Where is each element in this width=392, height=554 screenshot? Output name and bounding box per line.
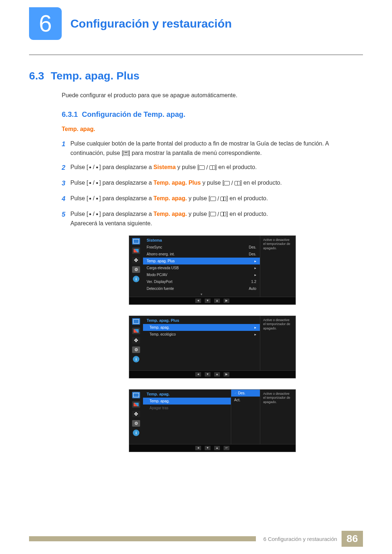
step-2: 2 Pulse [/] para desplazarse a Sistema y… — [62, 163, 363, 173]
osd-help-text: Active o desactive el temporizador de ap… — [260, 316, 295, 370]
dot-icon — [96, 167, 98, 168]
osd-menu-tempapag: Temp. apag. Temp. apag.Apagar tras Des.A… — [129, 389, 296, 452]
nav-button: ↵ — [224, 446, 229, 450]
nav-button: ▼ — [205, 299, 211, 303]
page-number: 86 — [342, 531, 363, 547]
osd-row: Temp. apag. — [143, 324, 260, 331]
menu-icon — [123, 151, 128, 155]
osd-menu-tempapag-plus: Temp. apag. Plus Temp. apag.Temp. ecológ… — [129, 316, 296, 378]
move-icon — [132, 411, 140, 417]
nav-button: ▲ — [214, 299, 220, 303]
osd-row: Temp. apag. Plus — [143, 258, 260, 264]
section-title: Temp. apag. Plus — [51, 70, 140, 82]
sub-sub-heading: Temp. apag. — [62, 126, 363, 132]
divider — [29, 54, 363, 55]
footer-bar — [29, 536, 256, 541]
osd-title: Temp. apag. — [143, 390, 231, 398]
select-icon: / — [210, 194, 226, 204]
move-icon — [132, 257, 140, 263]
osd-options: Des.Act. — [231, 390, 260, 444]
gear-icon — [132, 346, 140, 353]
dot-icon — [96, 198, 98, 200]
info-icon — [133, 356, 139, 362]
dot-icon — [89, 198, 91, 200]
osd-sidebar — [129, 390, 143, 444]
dot-icon — [89, 213, 91, 215]
osd-option: Act. — [231, 397, 260, 403]
osd-title: Temp. apag. Plus — [143, 316, 260, 324]
gear-icon — [132, 266, 140, 273]
nav-button: ◄ — [195, 299, 201, 303]
nav-button: ▼ — [205, 372, 211, 377]
osd-row: Apagar tras — [143, 405, 231, 411]
picture-icon — [132, 247, 140, 254]
osd-help-text: Active o desactive el temporizador de ap… — [260, 390, 295, 444]
step-1: 1 Pulse cualquier botón de la parte fron… — [62, 139, 363, 157]
page-footer: 6 Configuración y restauración 86 — [29, 531, 363, 547]
osd-row: Ahorro energ. int.Des. — [143, 251, 260, 258]
footer-text: 6 Configuración y restauración — [263, 536, 337, 542]
scroll-down-icon: ▼ — [143, 292, 260, 297]
gear-icon — [132, 420, 140, 427]
nav-button: ◄ — [195, 446, 201, 450]
dot-icon — [89, 167, 91, 168]
osd-title: Sistema — [143, 236, 260, 244]
osd-nav: ◄▼▲↵ — [129, 444, 295, 452]
monitor-icon — [132, 318, 140, 325]
dot-icon — [96, 182, 98, 184]
nav-button: ▲ — [214, 446, 220, 450]
nav-button: ▲ — [214, 372, 220, 377]
osd-nav: ◄▼▲▶ — [129, 370, 295, 378]
move-icon — [132, 337, 140, 344]
osd-help-text: Active o desactive el temporizador de ap… — [260, 236, 295, 297]
osd-row: FreeSyncDes. — [143, 244, 260, 251]
osd-row: Detección fuenteAuto — [143, 285, 260, 292]
osd-row: Temp. apag. — [143, 398, 231, 405]
picture-icon — [132, 328, 140, 334]
osd-row: Carga elevada USB — [143, 264, 260, 271]
step-4: 4 Pulse [/] para desplazarse a Temp. apa… — [62, 194, 363, 204]
steps-list: 1 Pulse cualquier botón de la parte fron… — [62, 139, 363, 228]
nav-button: ▼ — [205, 446, 211, 450]
info-icon — [133, 276, 139, 282]
osd-row: Ver. DisplayPort1.2 — [143, 278, 260, 285]
osd-sidebar — [129, 236, 143, 297]
chapter-title: Configuración y restauración — [70, 17, 232, 30]
select-icon: / — [224, 178, 240, 188]
osd-sidebar — [129, 316, 143, 370]
select-icon: / — [210, 210, 226, 219]
picture-icon — [132, 401, 140, 408]
chapter-header: 6 Configuración y restauración — [29, 7, 363, 40]
step-3: 3 Pulse [/] para desplazarse a Temp. apa… — [62, 178, 363, 189]
step-5: 5 Pulse [/] para desplazarse a Temp. apa… — [62, 209, 363, 228]
section-number: 6.3 — [29, 70, 44, 82]
monitor-icon — [132, 392, 140, 398]
intro-text: Puede configurar el producto para que se… — [62, 92, 363, 99]
osd-option: Des. — [231, 390, 260, 397]
dot-icon — [96, 213, 98, 215]
nav-button: ▶ — [224, 299, 229, 303]
nav-button: ◄ — [195, 372, 201, 377]
section-heading: 6.3 Temp. apag. Plus — [29, 70, 363, 82]
osd-menu-sistema: Sistema FreeSyncDes.Ahorro energ. int.De… — [129, 235, 296, 305]
info-icon — [133, 430, 139, 436]
monitor-icon — [132, 238, 140, 245]
select-icon: / — [199, 163, 215, 172]
chapter-number-badge: 6 — [29, 7, 62, 40]
dot-icon — [89, 182, 91, 184]
osd-row: Temp. ecológico — [143, 331, 260, 338]
nav-button: ▶ — [224, 372, 229, 377]
osd-row: Modo PC/AV — [143, 271, 260, 278]
osd-nav: ◄▼▲▶ — [129, 297, 295, 304]
subsection-heading: 6.3.1 Configuración de Temp. apag. — [62, 110, 363, 119]
